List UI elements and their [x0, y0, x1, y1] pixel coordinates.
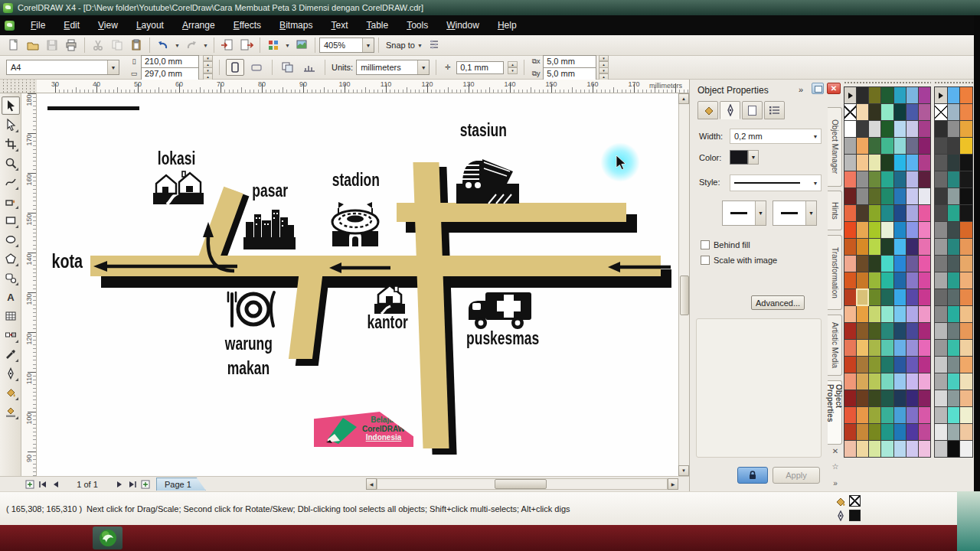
canvas-vertical-scrollbar[interactable]: ▲ ▼ — [678, 93, 689, 476]
snap-to-dropdown[interactable]: ▼ — [416, 37, 424, 54]
color-swatch[interactable] — [906, 121, 918, 137]
color-swatch[interactable] — [857, 155, 868, 171]
color-swatch[interactable] — [869, 171, 880, 187]
duplicate-x-spinner[interactable]: ▾▴ — [599, 55, 609, 68]
docker-tab-hints[interactable]: Hints — [828, 191, 842, 230]
stasiun-train-icon[interactable] — [453, 150, 522, 205]
color-swatch[interactable] — [881, 390, 893, 406]
color-swatch[interactable] — [935, 390, 947, 406]
color-swatch[interactable] — [894, 121, 906, 137]
color-swatch[interactable] — [894, 138, 906, 154]
color-swatch[interactable] — [881, 239, 893, 255]
color-swatch[interactable] — [935, 340, 947, 356]
menu-item-help[interactable]: Help — [489, 17, 525, 34]
color-swatch[interactable] — [906, 155, 918, 171]
color-swatch[interactable] — [844, 340, 856, 356]
all-pages-button[interactable] — [279, 59, 297, 76]
color-swatch[interactable] — [894, 289, 906, 305]
pasar-buildings-icon[interactable] — [243, 205, 296, 249]
label-pasar[interactable]: pasar — [240, 182, 301, 200]
color-swatch[interactable] — [869, 155, 880, 171]
canvas-horizontal-scrollbar[interactable]: ◀ ▶ — [366, 478, 678, 490]
color-swatch[interactable] — [906, 407, 918, 423]
color-swatch[interactable] — [948, 121, 960, 137]
color-swatch[interactable] — [906, 289, 918, 305]
color-swatch[interactable] — [857, 188, 868, 204]
color-swatch[interactable] — [869, 138, 880, 154]
color-swatch[interactable] — [906, 272, 918, 289]
docker-tab-object-properties[interactable]: Object Properties — [828, 380, 842, 445]
color-swatch[interactable] — [960, 424, 972, 440]
color-swatch[interactable] — [960, 87, 972, 103]
color-swatch[interactable] — [948, 272, 960, 289]
first-page-button[interactable] — [36, 478, 49, 491]
color-swatch[interactable] — [857, 87, 868, 103]
color-swatch[interactable] — [919, 323, 930, 339]
color-swatch[interactable] — [960, 373, 972, 390]
color-swatch[interactable] — [935, 323, 947, 339]
no-color-swatch[interactable] — [935, 104, 947, 120]
hscroll-left-button[interactable]: ◀ — [366, 478, 377, 490]
color-swatch[interactable] — [960, 171, 972, 187]
docker-tab-more-icon[interactable]: » — [829, 479, 841, 487]
color-swatch[interactable] — [894, 340, 906, 356]
color-swatch[interactable] — [948, 323, 960, 339]
color-swatch[interactable] — [869, 306, 880, 322]
arrowhead-end-combo[interactable]: ▼ — [773, 201, 817, 226]
color-swatch[interactable] — [894, 441, 906, 457]
color-swatch[interactable] — [960, 121, 972, 137]
print-button[interactable] — [62, 37, 80, 54]
color-swatch[interactable] — [869, 441, 880, 457]
color-swatch[interactable] — [960, 256, 972, 272]
color-swatch[interactable] — [935, 188, 947, 204]
color-swatch[interactable] — [919, 171, 930, 187]
menu-item-bitmaps[interactable]: Bitmaps — [271, 17, 321, 34]
color-swatch[interactable] — [894, 222, 906, 238]
color-swatch[interactable] — [919, 306, 930, 322]
duplicate-y-field[interactable]: 5,0 mm — [543, 67, 596, 80]
zoom-tool[interactable] — [2, 154, 20, 172]
paper-height-spinner[interactable]: ▾▴ — [203, 67, 213, 80]
color-swatch[interactable] — [906, 256, 918, 272]
warung-makan-icon[interactable] — [225, 288, 279, 331]
color-swatch[interactable] — [960, 340, 972, 356]
color-swatch[interactable] — [935, 239, 947, 255]
next-page-button[interactable] — [113, 478, 126, 491]
open-button[interactable] — [24, 37, 42, 54]
add-page-front-button[interactable] — [23, 478, 36, 491]
color-swatch[interactable] — [869, 239, 880, 255]
color-swatch[interactable] — [844, 289, 856, 305]
lokasi-houses-icon[interactable] — [152, 170, 205, 207]
horizontal-ruler[interactable]: millimeters 3040506070809010011012013014… — [37, 80, 689, 93]
snap-to-label[interactable]: Snap to — [386, 41, 415, 50]
vscroll-thumb[interactable] — [680, 276, 689, 315]
title-bar[interactable]: CorelDRAW X4 - [D:\New folder\Youtube\Co… — [0, 0, 980, 15]
color-swatch[interactable] — [869, 104, 880, 120]
color-swatch[interactable] — [857, 104, 868, 120]
color-swatch[interactable] — [881, 424, 893, 440]
color-swatch[interactable] — [881, 155, 893, 171]
color-swatch[interactable] — [906, 188, 918, 204]
outline-properties-tab[interactable] — [720, 101, 740, 119]
color-swatch[interactable] — [869, 323, 880, 339]
color-swatch[interactable] — [881, 373, 893, 390]
color-swatch[interactable] — [960, 155, 972, 171]
color-swatch[interactable] — [919, 138, 930, 154]
vscroll-up-button[interactable]: ▲ — [678, 93, 689, 104]
fill-properties-tab[interactable] — [697, 101, 718, 119]
color-swatch[interactable] — [948, 256, 960, 272]
color-swatch[interactable] — [948, 155, 960, 171]
color-swatch[interactable] — [935, 272, 947, 289]
color-swatch[interactable] — [881, 171, 893, 187]
nudge-field[interactable]: 0,1 mm — [456, 61, 504, 74]
color-swatch[interactable] — [948, 171, 960, 187]
color-swatch[interactable] — [857, 272, 868, 289]
color-swatch[interactable] — [960, 357, 972, 373]
color-swatch[interactable] — [844, 323, 856, 339]
color-swatch[interactable] — [894, 87, 906, 103]
color-swatch[interactable] — [881, 104, 893, 120]
interactive-fill-tool[interactable] — [2, 403, 20, 421]
drawing-canvas[interactable]: kota lokasi pasar stadion stasiun warung… — [37, 93, 678, 476]
color-swatch[interactable] — [881, 121, 893, 137]
color-swatch[interactable] — [948, 357, 960, 373]
